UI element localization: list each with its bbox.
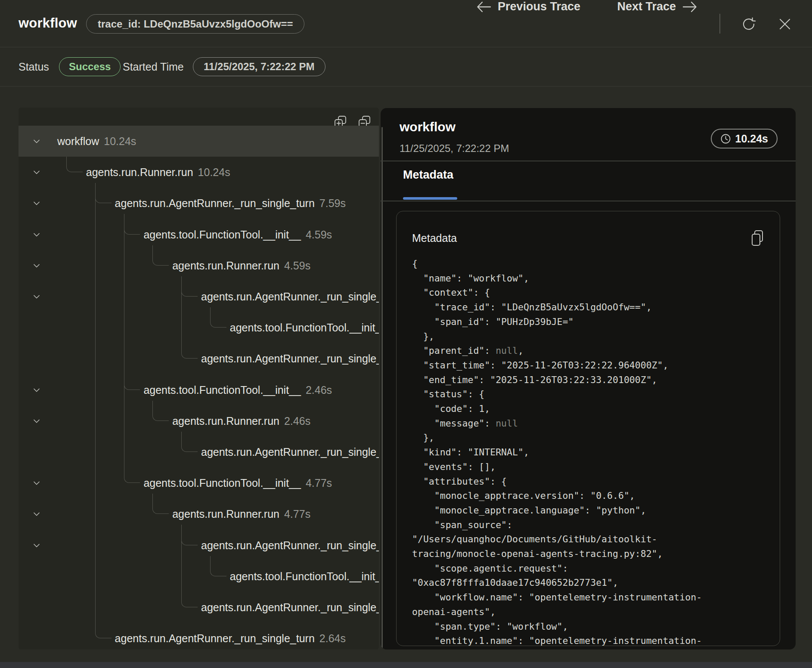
- span-name: agents.run.Runner.run4.59s: [172, 259, 310, 272]
- next-trace-label: Next Trace: [617, 0, 676, 13]
- copy-button[interactable]: [749, 229, 766, 247]
- span-name: agents.run.AgentRunner._run_single_turn: [201, 353, 379, 365]
- trace-id-badge: trace_id: LDeQnzB5aUvzx5lgdOoOfw==: [86, 14, 304, 34]
- tree-row[interactable]: agents.run.AgentRunner._run_single_turn2…: [19, 623, 379, 649]
- next-trace-button[interactable]: Next Trace: [617, 0, 697, 13]
- span-name: agents.tool.FunctionTool.__init__4.59s: [143, 228, 332, 241]
- tree-row[interactable]: agents.tool.FunctionTool.__init__4.77s: [19, 467, 379, 498]
- divider: [381, 201, 796, 201]
- span-name: agents.tool.FunctionTool.__init__2.46s: [143, 383, 332, 396]
- started-time-label: Started Time: [123, 61, 184, 73]
- copy-icon: [750, 229, 765, 247]
- span-duration: 7.59s: [319, 197, 346, 209]
- close-button[interactable]: [777, 16, 793, 32]
- status-bar: Status Success Started Time 11/25/2025, …: [0, 47, 812, 87]
- chevron-down-icon[interactable]: [31, 291, 42, 302]
- span-duration: 2.64s: [319, 632, 346, 644]
- duration-badge: 10.24s: [711, 129, 778, 148]
- tree-row[interactable]: agents.run.AgentRunner._run_single_turn: [19, 281, 379, 312]
- span-duration: 4.59s: [284, 259, 310, 271]
- span-detail-panel: workflow 11/25/2025, 7:22:22 PM 10.24s M…: [381, 108, 796, 649]
- span-name: agents.tool.FunctionTool.__init__4.77s: [143, 477, 332, 489]
- close-icon: [778, 18, 791, 31]
- bottom-window-edge: [0, 662, 812, 668]
- header: workflow trace_id: LDeQnzB5aUvzx5lgdOoOf…: [0, 0, 812, 47]
- span-name: agents.run.Runner.run4.77s: [172, 508, 310, 520]
- refresh-button[interactable]: [741, 16, 757, 32]
- duration-value: 10.24s: [735, 133, 768, 145]
- detail-scrollbar[interactable]: [381, 127, 383, 649]
- tree-row[interactable]: agents.run.AgentRunner._run_single_turn: [19, 343, 379, 374]
- span-duration: 10.24s: [198, 166, 230, 178]
- metadata-json: { "name": "workflow", "context": { "trac…: [412, 257, 767, 646]
- previous-trace-button[interactable]: Previous Trace: [476, 0, 580, 13]
- page-title: workflow: [19, 15, 77, 31]
- tree-row[interactable]: agents.run.Runner.run4.59s: [19, 250, 379, 281]
- chevron-down-icon[interactable]: [31, 260, 42, 271]
- tree-row[interactable]: agents.tool.FunctionTool.__init__: [19, 312, 379, 343]
- tree-row[interactable]: agents.run.AgentRunner._run_single_turn: [19, 592, 379, 623]
- tree-row[interactable]: agents.run.AgentRunner._run_single_turn: [19, 436, 379, 467]
- status-badge: Success: [59, 57, 121, 76]
- clock-icon: [720, 133, 731, 144]
- span-tree: workflow10.24s agents.run.Runner.run10.2…: [19, 108, 379, 649]
- chevron-down-icon[interactable]: [31, 478, 42, 488]
- span-duration: 10.24s: [104, 135, 136, 147]
- span-duration: 4.77s: [284, 508, 310, 520]
- span-name: agents.run.AgentRunner._run_single_turn2…: [115, 632, 346, 645]
- status-label: Status: [19, 61, 49, 73]
- span-title: workflow: [400, 120, 456, 134]
- arrow-left-icon: [476, 0, 492, 13]
- chevron-down-icon[interactable]: [31, 167, 42, 177]
- span-name: agents.run.Runner.run2.46s: [172, 414, 310, 427]
- metadata-card: Metadata { "name": "workflow", "context"…: [396, 211, 780, 646]
- tree-row[interactable]: agents.tool.FunctionTool.__init__2.46s: [19, 374, 379, 405]
- active-tab-indicator: [403, 197, 457, 200]
- tree-row[interactable]: agents.run.AgentRunner._run_single_turn: [19, 530, 379, 561]
- tree-row[interactable]: agents.tool.FunctionTool.__init__: [19, 561, 379, 592]
- tree-row[interactable]: agents.run.AgentRunner._run_single_turn7…: [19, 188, 379, 219]
- tree-row[interactable]: workflow10.24s: [19, 126, 379, 157]
- tree-row[interactable]: agents.run.Runner.run2.46s: [19, 405, 379, 436]
- chevron-down-icon[interactable]: [31, 385, 42, 395]
- started-time-badge: 11/25/2025, 7:22:22 PM: [193, 57, 325, 76]
- metadata-card-title: Metadata: [412, 232, 457, 244]
- chevron-down-icon[interactable]: [31, 136, 42, 146]
- span-duration: 4.77s: [306, 477, 332, 489]
- span-duration: 2.46s: [284, 414, 310, 427]
- previous-trace-label: Previous Trace: [498, 0, 580, 13]
- span-tree-panel: workflow10.24s agents.run.Runner.run10.2…: [19, 108, 379, 649]
- chevron-down-icon[interactable]: [31, 198, 42, 208]
- span-name: agents.tool.FunctionTool.__init__: [230, 322, 379, 334]
- span-duration: 4.59s: [306, 228, 332, 240]
- span-duration: 2.46s: [306, 383, 332, 396]
- divider: [381, 161, 796, 161]
- tree-row[interactable]: agents.run.Runner.run4.77s: [19, 498, 379, 529]
- span-name: agents.run.AgentRunner._run_single_turn: [201, 291, 379, 303]
- chevron-down-icon[interactable]: [31, 416, 42, 426]
- span-name: agents.run.Runner.run10.24s: [86, 166, 230, 179]
- span-name: agents.run.AgentRunner._run_single_turn: [201, 601, 379, 614]
- chevron-down-icon[interactable]: [31, 229, 42, 240]
- span-name: agents.tool.FunctionTool.__init__: [230, 570, 379, 582]
- tree-row[interactable]: agents.run.Runner.run10.24s: [19, 157, 379, 188]
- trace-viewer-window: workflow trace_id: LDeQnzB5aUvzx5lgdOoOf…: [0, 0, 812, 668]
- arrow-right-icon: [682, 0, 697, 13]
- span-name: workflow10.24s: [57, 135, 136, 148]
- tab-metadata[interactable]: Metadata: [403, 168, 453, 182]
- header-divider: [719, 14, 720, 34]
- span-name: agents.run.AgentRunner._run_single_turn: [201, 446, 379, 458]
- span-timestamp: 11/25/2025, 7:22:22 PM: [400, 142, 509, 155]
- tree-row[interactable]: agents.tool.FunctionTool.__init__4.59s: [19, 219, 379, 250]
- refresh-icon: [741, 17, 756, 31]
- span-name: agents.run.AgentRunner._run_single_turn: [201, 539, 379, 551]
- chevron-down-icon[interactable]: [31, 509, 42, 519]
- span-name: agents.run.AgentRunner._run_single_turn7…: [115, 197, 346, 210]
- chevron-down-icon[interactable]: [31, 540, 42, 550]
